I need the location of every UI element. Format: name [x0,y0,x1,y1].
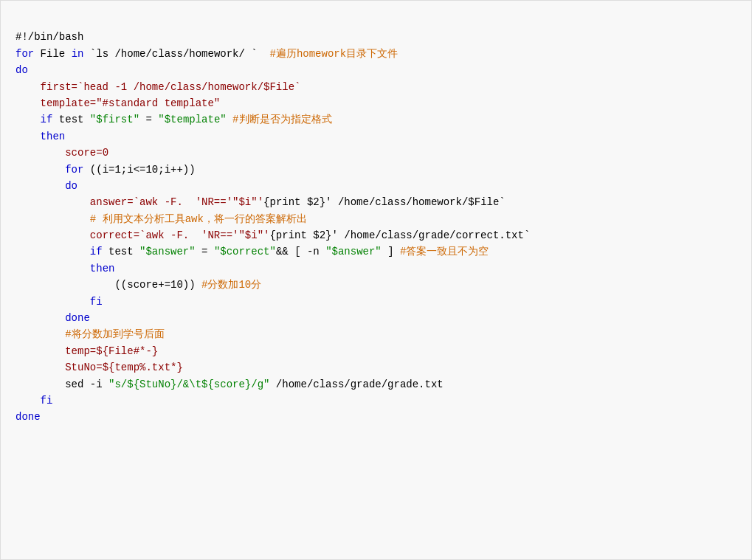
score-assign: score=0 [65,147,108,159]
indent2 [15,164,65,176]
eq2: = [196,246,214,257]
then-keyword-1: then [41,131,66,142]
eq1: = [139,114,158,125]
indent3 [15,229,90,241]
temp-assign: temp=${File#*-} [65,345,158,357]
indent2 [15,147,65,159]
indent2 [15,180,65,192]
template-assign: template="#standard template" [41,97,221,109]
score-increment: ((score+=10)) [114,279,201,291]
correct-str: "$correct" [214,246,276,257]
fi-keyword-inner: fi [90,296,103,308]
sed-pattern: "s/${StuNo}/&\t${score}/g" [108,378,269,390]
sed-cmd: sed -i [65,378,108,390]
comment-check: #答案一致且不为空 [400,246,489,257]
indent1 [15,81,41,93]
indent2 [15,328,65,340]
first-str: "$first" [90,114,139,125]
indent3 [15,246,90,257]
awk-print2: {print $2}' /home/class/grade/correct.tx… [269,229,530,241]
plain-text: File [34,48,71,60]
answer-str-2: "$answer" [325,246,382,257]
if-keyword-2: if [90,246,103,257]
stuno-assign: StuNo=${temp%.txt*} [65,362,183,373]
indent3 [15,263,90,274]
done-outer-keyword: done [15,411,41,423]
indent4 [15,279,114,291]
bracket-close: ] [382,246,400,257]
done-inner-keyword: done [65,312,90,324]
answer-str: "$answer" [139,246,196,257]
indent2 [15,378,65,390]
awk-print1: {print $2}' /home/class/homework/$File` [263,196,506,208]
shebang-line: #!/bin/bash [15,31,83,43]
backtick-cmd: `ls /home/class/homework/ ` [83,48,269,60]
comment-awk: # 利用文本分析工具awk，将一行的答案解析出 [90,213,307,225]
indent3 [15,296,90,308]
for-cond: ((i=1;i<=10;i++)) [83,164,195,176]
indent3 [15,196,90,208]
test-cmd-2: test [103,246,139,257]
comment-append: #将分数加到学号后面 [65,328,164,340]
indent1 [15,97,41,109]
then-keyword-2: then [90,263,115,274]
if-keyword-1: if [41,114,53,125]
in-keyword: in [72,48,84,60]
code-container: #!/bin/bash for File in `ls /home/class/… [0,0,752,560]
indent1 [15,395,41,407]
indent3 [15,213,90,225]
answer-assign: answer=`awk -F. 'NR=='"$i"' [90,196,263,208]
correct-assign: correct=`awk -F. 'NR=='"$i"' [90,229,270,241]
comment-format: #判断是否为指定格式 [232,114,331,125]
do-inner-keyword: do [65,180,77,192]
indent1 [15,114,41,125]
first-assign: first=`head -1 /home/class/homework/$Fil… [41,81,301,93]
test-cmd: test [52,114,89,125]
comment-add10: #分数加10分 [201,279,261,291]
template-str: "$template" [158,114,226,125]
code-block: #!/bin/bash for File in `ls /home/class/… [15,13,737,442]
for-keyword-2: for [65,164,83,176]
indent1 [15,131,41,142]
space1 [227,114,232,125]
do-outer-keyword: do [15,64,28,76]
indent2 [15,312,65,324]
indent2 [15,362,65,373]
sed-file: /home/class/grade/grade.txt [269,378,443,390]
for-keyword: for [15,48,34,60]
indent2 [15,345,65,357]
fi-keyword-outer: fi [41,395,53,407]
comment-traverse: #遍历homework目录下文件 [270,48,399,60]
and-test: && [ -n [276,246,325,257]
